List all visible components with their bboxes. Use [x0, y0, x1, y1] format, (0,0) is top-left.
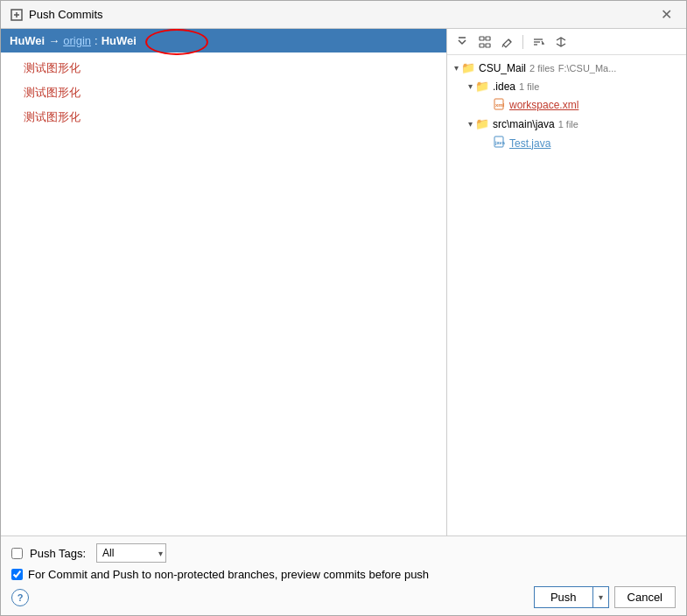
- toolbar-separator: [522, 35, 523, 49]
- bottom-bar: Push Tags: All None Tagged For Commit an…: [1, 536, 686, 615]
- svg-line-9: [502, 45, 503, 47]
- svg-rect-4: [480, 37, 484, 40]
- svg-line-8: [508, 39, 511, 42]
- expand-all-button[interactable]: [452, 32, 472, 52]
- xml-file-icon: xml: [494, 98, 506, 112]
- tree-idea-count: 1 file: [519, 81, 539, 92]
- push-button[interactable]: Push: [534, 586, 592, 608]
- tree-idea-item[interactable]: ▾ 📁 .idea 1 file: [447, 77, 686, 95]
- commit-item[interactable]: 测试图形化: [1, 56, 446, 80]
- java-file-icon: java: [494, 136, 506, 150]
- branch-separator: :: [95, 34, 98, 47]
- main-content: HuWei → origin : HuWei 测试图形化 测试图形化 测试图形化: [1, 29, 686, 536]
- tree-root-item[interactable]: ▾ 📁 CSU_Mail 2 files F:\CSU_Ma...: [447, 59, 686, 77]
- title-bar: Push Commits ✕: [1, 1, 686, 29]
- folder-icon: 📁: [461, 61, 475, 74]
- branch-local: HuWei: [10, 34, 45, 47]
- tree-idea-label: .idea: [493, 80, 515, 93]
- chevron-down-icon: ▾: [468, 81, 473, 91]
- push-tags-checkbox[interactable]: [11, 548, 23, 559]
- push-button-group: Push ▾: [534, 586, 609, 608]
- left-panel: HuWei → origin : HuWei 测试图形化 测试图形化 测试图形化: [1, 29, 447, 536]
- branch-row: HuWei → origin : HuWei: [1, 29, 446, 52]
- tree-workspace-item[interactable]: xml workspace.xml: [447, 95, 686, 115]
- annotation-circle: [145, 29, 208, 55]
- push-tags-select-wrapper: All None Tagged: [96, 543, 166, 563]
- tree-src-item[interactable]: ▾ 📁 src\main\java 1 file: [447, 115, 686, 133]
- branch-remote: HuWei: [102, 34, 137, 47]
- svg-text:java: java: [494, 140, 506, 145]
- svg-rect-7: [486, 44, 490, 47]
- tree-testjava-label: Test.java: [509, 137, 550, 150]
- svg-text:xml: xml: [495, 102, 505, 108]
- chevron-down-icon: ▾: [454, 63, 459, 73]
- commit-list: 测试图形化 测试图形化 测试图形化: [1, 52, 446, 536]
- tree-view-button[interactable]: [475, 32, 494, 52]
- help-button[interactable]: ?: [11, 589, 29, 606]
- action-row: ? Push ▾ Cancel: [11, 586, 676, 608]
- group-button[interactable]: [551, 32, 571, 52]
- action-buttons: Push ▾ Cancel: [534, 586, 676, 608]
- push-tags-select[interactable]: All None Tagged: [96, 543, 166, 563]
- push-commits-dialog: Push Commits ✕ HuWei → origin : HuWei 测试…: [0, 0, 687, 616]
- file-tree: ▾ 📁 CSU_Mail 2 files F:\CSU_Ma... ▾ 📁 .i…: [447, 55, 686, 536]
- dialog-title: Push Commits: [29, 8, 655, 21]
- tree-testjava-item[interactable]: java Test.java: [447, 133, 686, 153]
- tree-root-count: 2 files: [529, 63, 555, 74]
- tree-src-label: src\main\java: [493, 118, 555, 130]
- commit-preview-checkbox[interactable]: [11, 569, 23, 580]
- right-toolbar: [447, 29, 686, 55]
- edit-button[interactable]: [498, 32, 517, 52]
- push-tags-row: Push Tags: All None Tagged: [11, 543, 676, 563]
- folder-icon: 📁: [475, 117, 489, 130]
- commit-item[interactable]: 测试图形化: [1, 80, 446, 105]
- commit-checkbox-row: For Commit and Push to non-protected bra…: [11, 568, 676, 581]
- tree-root-path: F:\CSU_Ma...: [558, 63, 617, 74]
- tree-workspace-label: workspace.xml: [509, 99, 578, 111]
- commit-preview-label: For Commit and Push to non-protected bra…: [28, 568, 429, 581]
- dialog-icon: [10, 8, 24, 22]
- svg-rect-6: [480, 44, 484, 47]
- svg-rect-5: [486, 37, 490, 40]
- tree-src-count: 1 file: [558, 119, 578, 130]
- chevron-down-icon: ▾: [468, 119, 473, 129]
- sort-button[interactable]: [529, 32, 548, 52]
- right-panel: ▾ 📁 CSU_Mail 2 files F:\CSU_Ma... ▾ 📁 .i…: [447, 29, 686, 536]
- tree-root-label: CSU_Mail: [479, 62, 526, 74]
- push-dropdown-button[interactable]: ▾: [592, 586, 609, 608]
- commit-item[interactable]: 测试图形化: [1, 105, 446, 130]
- folder-icon: 📁: [475, 80, 489, 93]
- close-button[interactable]: ✕: [655, 4, 677, 24]
- push-tags-label: Push Tags:: [30, 547, 86, 560]
- branch-arrow: →: [48, 34, 60, 47]
- cancel-button[interactable]: Cancel: [614, 586, 676, 608]
- branch-origin-link[interactable]: origin: [63, 34, 91, 47]
